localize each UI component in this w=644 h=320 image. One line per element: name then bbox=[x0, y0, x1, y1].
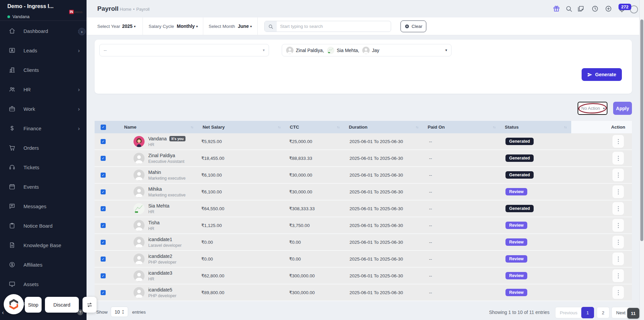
caret-down-icon: ▾ bbox=[196, 25, 198, 28]
previous-page-button[interactable]: Previous bbox=[555, 307, 582, 318]
employee-name[interactable]: Tisha bbox=[148, 220, 160, 225]
messages-icon bbox=[9, 203, 15, 210]
search-icon[interactable] bbox=[565, 5, 574, 14]
status-badge: Review bbox=[505, 238, 527, 246]
row-checkbox[interactable] bbox=[101, 173, 106, 178]
employee-name[interactable]: Mihika bbox=[148, 186, 162, 192]
breadcrumb-home[interactable]: Home bbox=[120, 7, 131, 12]
divider bbox=[257, 17, 258, 35]
row-checkbox[interactable] bbox=[101, 240, 106, 245]
row-checkbox[interactable] bbox=[101, 139, 106, 144]
sort-arrows-icon[interactable]: ↑↓ bbox=[191, 125, 193, 129]
row-actions-kebab-button[interactable] bbox=[612, 169, 624, 181]
row-checkbox[interactable] bbox=[101, 273, 106, 278]
sidebar-toggle-button[interactable]: › bbox=[78, 28, 86, 35]
sidebar-item-affiliates[interactable]: Affiliates bbox=[0, 255, 87, 274]
history-clock-icon[interactable] bbox=[591, 5, 600, 14]
discard-button[interactable]: Discard bbox=[45, 297, 79, 313]
month-dropdown[interactable]: June▾ bbox=[238, 24, 252, 29]
generate-button[interactable]: Generate bbox=[582, 68, 622, 81]
sort-arrows-icon[interactable]: ↑↓ bbox=[337, 125, 339, 129]
sidebar-item-hr[interactable]: HR› bbox=[0, 80, 87, 99]
page-size-select[interactable]: 10 ▲▼ bbox=[111, 307, 128, 317]
table-row: TishaHR₹1,125.00₹3,750.002025-06-01 To 2… bbox=[95, 217, 632, 234]
row-actions-kebab-button[interactable] bbox=[612, 219, 624, 232]
ctc-cell: ₹88,833.33 bbox=[285, 155, 344, 161]
employee-name[interactable]: icandidate2 bbox=[148, 254, 172, 259]
sidebar-item-label: Finance bbox=[23, 126, 41, 131]
row-actions-kebab-button[interactable] bbox=[612, 253, 624, 265]
clear-button[interactable]: Clear bbox=[400, 20, 426, 32]
row-actions-kebab-button[interactable] bbox=[612, 236, 624, 248]
bulk-action-select[interactable]: No Action ▾ bbox=[578, 102, 607, 115]
sidebar-item-label: Dashboard bbox=[23, 28, 48, 34]
row-checkbox[interactable] bbox=[101, 156, 106, 161]
row-checkbox[interactable] bbox=[101, 206, 106, 211]
sort-arrows-icon[interactable]: ↑↓ bbox=[564, 125, 567, 129]
search-input[interactable] bbox=[277, 21, 391, 32]
recorder-logo[interactable] bbox=[4, 294, 24, 314]
sidebar-item-tickets[interactable]: Tickets bbox=[0, 157, 87, 177]
sidebar-item-notice-board[interactable]: Notice Board bbox=[0, 216, 87, 235]
row-actions-kebab-button[interactable] bbox=[612, 135, 624, 148]
sidebar-item-work[interactable]: Work› bbox=[0, 99, 87, 119]
page-number-button-1[interactable]: 1 bbox=[581, 307, 594, 318]
sidebar-item-events[interactable]: Events bbox=[0, 177, 87, 196]
net-salary-cell: ₹1,125.00 bbox=[198, 223, 285, 228]
collapse-chevron-icon[interactable]: ‹ bbox=[2, 310, 4, 316]
employee-name[interactable]: Zinal Paldiya bbox=[148, 153, 175, 158]
row-actions-kebab-button[interactable] bbox=[612, 286, 624, 299]
page-scrollbar[interactable] bbox=[639, 0, 644, 320]
sort-arrows-icon[interactable]: ↑↓ bbox=[278, 125, 280, 129]
year-dropdown[interactable]: 2025▾ bbox=[122, 24, 136, 29]
row-checkbox[interactable] bbox=[101, 223, 106, 228]
notes-icon[interactable] bbox=[577, 5, 586, 14]
logo-mark-icon bbox=[8, 298, 20, 310]
add-plus-icon[interactable] bbox=[605, 5, 613, 14]
apply-button[interactable]: Apply bbox=[613, 102, 632, 115]
column-header-name[interactable]: Name↑↓ bbox=[120, 121, 198, 133]
stop-button[interactable]: Stop bbox=[25, 297, 42, 313]
column-header-paid-on[interactable]: Paid On↑↓ bbox=[423, 121, 500, 133]
employee-name[interactable]: icandidate3 bbox=[148, 270, 172, 276]
row-actions-kebab-button[interactable] bbox=[612, 269, 624, 282]
caret-down-icon: ▾ bbox=[250, 25, 252, 28]
employee-name[interactable]: Sia Mehta bbox=[148, 203, 169, 209]
employee-multiselect[interactable]: Zinal Paldiya,Sia Mehta,Jay ▾ bbox=[282, 44, 451, 56]
gift-icon[interactable] bbox=[553, 5, 561, 14]
row-actions-kebab-button[interactable] bbox=[612, 185, 624, 198]
sidebar-item-finance[interactable]: Finance› bbox=[0, 119, 87, 138]
divider bbox=[143, 17, 143, 35]
sidebar-item-messages[interactable]: Messages bbox=[0, 196, 87, 216]
sidebar-item-assets[interactable]: Assets bbox=[0, 274, 87, 294]
employee-name[interactable]: icandidate1 bbox=[148, 237, 172, 242]
sort-arrows-icon[interactable]: ↑↓ bbox=[416, 125, 418, 129]
sidebar-item-leads[interactable]: Leads› bbox=[0, 41, 87, 60]
employee-name[interactable]: icandidate5 bbox=[148, 287, 172, 292]
row-checkbox[interactable] bbox=[101, 290, 106, 295]
salary-cycle-dropdown[interactable]: Monthly▾ bbox=[177, 24, 198, 29]
page-number-button-2[interactable]: 2 bbox=[597, 307, 609, 318]
row-checkbox[interactable] bbox=[101, 257, 106, 262]
column-header-duration[interactable]: Duration↑↓ bbox=[344, 121, 423, 133]
sidebar-item-orders[interactable]: Orders bbox=[0, 138, 87, 157]
row-actions-kebab-button[interactable] bbox=[612, 152, 624, 165]
search-box bbox=[264, 21, 391, 32]
select-all-checkbox[interactable] bbox=[101, 125, 106, 130]
employee-name[interactable]: Vandana bbox=[148, 136, 167, 141]
scrollbar-thumb[interactable] bbox=[640, 19, 643, 241]
row-checkbox[interactable] bbox=[101, 189, 106, 194]
empty-select[interactable]: -- ▾ bbox=[99, 44, 269, 56]
employee-name[interactable]: Mahin bbox=[148, 170, 161, 175]
column-header-ctc[interactable]: CTC↑↓ bbox=[285, 121, 344, 133]
column-header-status[interactable]: Status↑↓ bbox=[500, 121, 571, 133]
notification-count-badge[interactable]: 272 bbox=[619, 4, 631, 10]
swap-button[interactable] bbox=[83, 297, 97, 313]
sidebar-item-clients[interactable]: Clients bbox=[0, 60, 87, 80]
column-header-net-salary[interactable]: Net Salary↑↓ bbox=[198, 121, 285, 133]
sort-arrows-icon[interactable]: ↑↓ bbox=[493, 125, 495, 129]
sidebar-item-dashboard[interactable]: Dashboard› bbox=[0, 21, 87, 41]
avatar bbox=[133, 270, 145, 281]
sidebar-item-knowledge-base[interactable]: Knowledge Base bbox=[0, 235, 87, 255]
row-actions-kebab-button[interactable] bbox=[612, 202, 624, 215]
